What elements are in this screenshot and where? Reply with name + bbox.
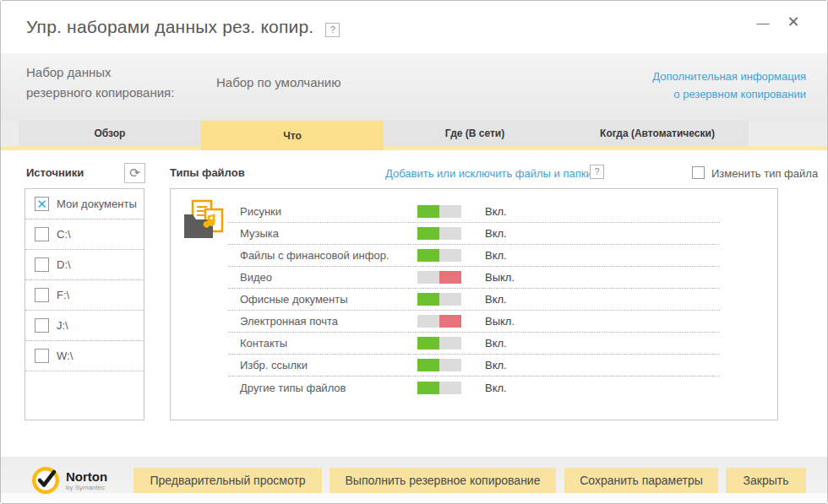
source-checkbox[interactable] <box>35 349 49 363</box>
edit-filetype-label: Изменить тип файла <box>711 167 818 180</box>
tab-where[interactable]: Где (В сети) <box>384 121 566 146</box>
norton-check-icon <box>31 466 60 495</box>
backup-dataset-window: Упр. наборами данных рез. копир. ? — ✕ Н… <box>0 0 828 504</box>
source-label: Мои документы <box>57 198 137 210</box>
filetype-status: Вкл. <box>485 293 507 306</box>
sources-title: Источники <box>26 166 84 179</box>
filetype-row: Музыка Вкл. <box>228 223 720 245</box>
source-checkbox[interactable] <box>35 318 49 333</box>
save-settings-button[interactable]: Сохранить параметры <box>564 468 718 493</box>
norton-logo: Norton by Symantec <box>31 466 107 495</box>
add-exclude-help-icon[interactable]: ? <box>590 165 604 179</box>
close-icon[interactable]: ✕ <box>783 11 803 33</box>
filetype-toggle[interactable] <box>417 293 461 306</box>
page-title: Упр. наборами данных рез. копир. <box>26 17 313 37</box>
filetype-toggle[interactable] <box>417 337 461 350</box>
sources-list: ✕ Мои документы C:\ D:\ F:\ J:\ W:\ <box>25 188 144 420</box>
filetype-toggle[interactable] <box>417 271 461 284</box>
preview-button[interactable]: Предварительный просмотр <box>133 468 322 493</box>
source-item[interactable]: W:\ <box>25 341 144 371</box>
filetype-toggle[interactable] <box>417 227 461 240</box>
filetype-toggle[interactable] <box>417 205 461 218</box>
filetypes-box: Рисунки Вкл. Музыка Вкл. Файлы с финансо… <box>170 188 778 420</box>
source-label: J:\ <box>57 319 68 332</box>
source-label: C:\ <box>57 228 71 241</box>
source-checkbox[interactable] <box>35 288 49 302</box>
filetype-rows: Рисунки Вкл. Музыка Вкл. Файлы с финансо… <box>228 201 720 398</box>
filetype-label: Офисные документы <box>240 293 417 306</box>
filetype-status: Вкл. <box>485 227 507 240</box>
filetype-status: Вкл. <box>485 337 507 350</box>
source-label: W:\ <box>57 350 73 362</box>
source-checkbox[interactable]: ✕ <box>35 197 49 211</box>
filetype-label: Электронная почта <box>240 315 417 328</box>
filetype-row: Электронная почта Выкл. <box>228 311 720 333</box>
close-button[interactable]: Закрыть <box>726 468 806 493</box>
filetype-label: Контакты <box>240 337 417 350</box>
source-checkbox[interactable] <box>35 257 49 272</box>
filetype-status: Выкл. <box>485 315 515 328</box>
source-item[interactable]: J:\ <box>25 311 144 341</box>
filetype-status: Вкл. <box>485 382 507 394</box>
filetype-row: Файлы с финансовой инфор. Вкл. <box>228 245 720 267</box>
title-help-icon[interactable]: ? <box>325 23 340 37</box>
brand-name: Norton <box>66 470 107 483</box>
source-label: D:\ <box>57 258 71 271</box>
filetype-label: Рисунки <box>240 205 417 218</box>
tab-when[interactable]: Когда (Автоматически) <box>566 121 749 146</box>
refresh-icon[interactable]: ⟳ <box>124 163 145 183</box>
filetype-row: Избр. ссылки Вкл. <box>228 355 720 377</box>
filetype-toggle[interactable] <box>417 315 461 328</box>
dataset-label: Набор данных резервного копирования: <box>26 62 174 103</box>
checked-x-icon: ✕ <box>36 198 47 210</box>
filetype-status: Вкл. <box>485 249 507 262</box>
filetype-row: Контакты Вкл. <box>228 333 720 355</box>
filetype-toggle[interactable] <box>417 359 461 371</box>
filetypes-title: Типы файлов <box>170 166 245 179</box>
edit-filetype-checkbox[interactable] <box>692 166 705 179</box>
source-label: F:\ <box>57 289 69 301</box>
source-item[interactable]: D:\ <box>25 250 144 280</box>
filetype-status: Вкл. <box>485 205 507 218</box>
filetype-row: Офисные документы Вкл. <box>228 289 720 311</box>
source-checkbox[interactable] <box>35 227 49 241</box>
source-item[interactable]: ✕ Мои документы <box>25 189 144 219</box>
tab-what[interactable]: Что <box>201 121 384 150</box>
tab-bar: ОбзорЧтоГде (В сети)Когда (Автоматически… <box>1 121 827 150</box>
add-exclude-link[interactable]: Добавить или исключить файлы и папки <box>385 167 592 180</box>
tab-overview[interactable]: Обзор <box>19 121 201 146</box>
titlebar: Упр. наборами данных рез. копир. ? — ✕ <box>1 1 827 53</box>
file-types-icon <box>182 199 225 243</box>
minimize-icon[interactable]: — <box>753 11 773 33</box>
filetype-status: Вкл. <box>485 359 507 371</box>
filetype-row: Видео Выкл. <box>228 267 720 289</box>
filetype-row: Рисунки Вкл. <box>228 201 720 223</box>
more-info-link[interactable]: Дополнительная информация о резервном ко… <box>652 68 806 103</box>
filetype-toggle[interactable] <box>417 382 461 394</box>
filetype-status: Выкл. <box>485 271 515 284</box>
filetype-label: Музыка <box>240 227 417 240</box>
brand-subtitle: by Symantec <box>66 484 107 491</box>
dataset-value: Набор по умолчанию <box>216 75 340 89</box>
run-backup-button[interactable]: Выполнить резервное копирование <box>330 468 556 493</box>
filetype-label: Избр. ссылки <box>240 359 417 371</box>
filetype-label: Другие типы файлов <box>240 382 417 394</box>
header: Набор данных резервного копирования: Наб… <box>1 53 827 121</box>
filetype-label: Файлы с финансовой инфор. <box>240 249 417 262</box>
source-item[interactable]: F:\ <box>25 280 144 311</box>
filetype-row: Другие типы файлов Вкл. <box>228 377 720 398</box>
source-item[interactable]: C:\ <box>25 219 144 250</box>
filetype-label: Видео <box>240 271 417 284</box>
filetype-toggle[interactable] <box>417 249 461 262</box>
